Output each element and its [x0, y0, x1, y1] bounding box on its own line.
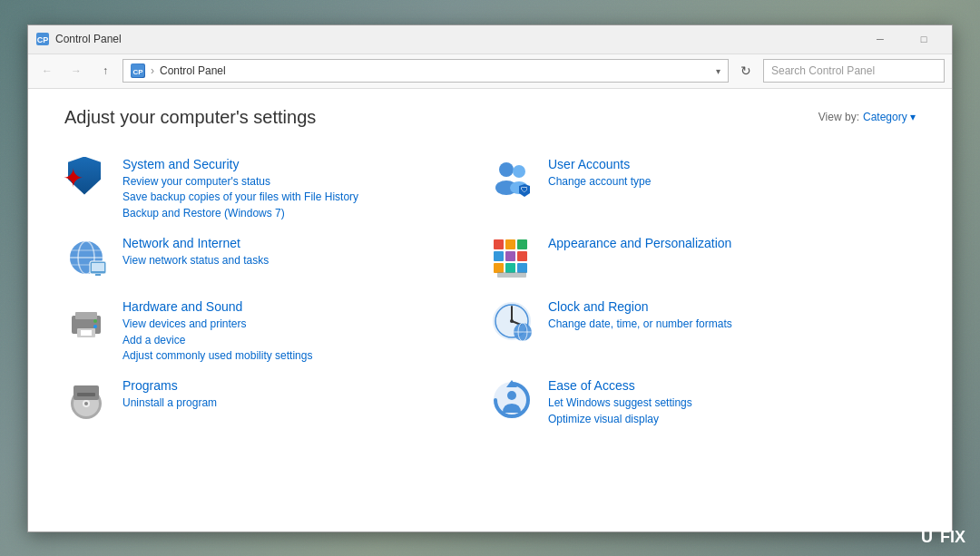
window-title: Control Panel: [55, 33, 859, 45]
main-window: CP Control Panel ─ □ ← → ↑ CP › Control …: [27, 24, 953, 532]
category-appearance: Appearance and Personalization: [490, 229, 916, 292]
categories-grid: ✦ System and Security Review your comput…: [64, 150, 916, 435]
appearance-icon: [490, 236, 534, 279]
search-placeholder: Search Control Panel: [771, 64, 875, 77]
programs-link-1[interactable]: Uninstall a program: [122, 395, 490, 411]
ease-access-link-2[interactable]: Optimize visual display: [548, 412, 916, 427]
svg-point-32: [93, 319, 97, 323]
svg-point-4: [499, 162, 514, 177]
refresh-button[interactable]: ↻: [734, 59, 758, 83]
overlay-fix: FIX: [940, 528, 965, 547]
network-internet-text: Network and Internet View network status…: [122, 236, 490, 268]
svg-rect-19: [505, 239, 515, 249]
svg-rect-26: [517, 263, 527, 273]
ease-access-links: Let Windows suggest settings Optimize vi…: [548, 395, 916, 427]
hardware-sound-link-2[interactable]: Add a device: [122, 333, 490, 348]
svg-rect-29: [75, 312, 97, 319]
network-internet-links: View network status and tasks: [122, 253, 490, 268]
svg-rect-20: [517, 239, 527, 249]
category-ease-access: Ease of Access Let Windows suggest setti…: [490, 371, 916, 434]
clock-region-title[interactable]: Clock and Region: [548, 299, 916, 314]
svg-point-50: [507, 391, 516, 400]
svg-rect-21: [494, 251, 504, 261]
system-security-text: System and Security Review your computer…: [122, 157, 490, 221]
viewby-label: View by:: [818, 111, 859, 123]
viewby-value[interactable]: Category ▾: [863, 111, 916, 123]
back-button[interactable]: ←: [35, 59, 59, 83]
user-accounts-link-1[interactable]: Change account type: [548, 174, 916, 190]
system-security-link-1[interactable]: Review your computer's status: [122, 174, 490, 190]
address-path[interactable]: CP › Control Panel ▾: [122, 59, 729, 83]
programs-icon: [64, 378, 108, 422]
network-internet-icon: [64, 236, 108, 279]
maximize-button[interactable]: □: [903, 24, 945, 54]
hardware-sound-text: Hardware and Sound View devices and prin…: [122, 299, 490, 364]
svg-rect-25: [505, 263, 515, 273]
svg-rect-16: [92, 263, 104, 271]
ease-access-text: Ease of Access Let Windows suggest setti…: [548, 378, 916, 427]
content-header: Adjust your computer's settings View by:…: [64, 107, 916, 128]
svg-rect-17: [95, 274, 101, 276]
ease-access-icon: [490, 378, 534, 422]
category-user-accounts: 🛡 User Accounts Change account type: [490, 150, 916, 229]
overlay-u: U: [921, 528, 933, 547]
svg-rect-31: [81, 330, 92, 336]
bottom-overlay: U FIX: [921, 528, 965, 547]
content-area: Adjust your computer's settings View by:…: [28, 89, 952, 532]
category-network-internet: Network and Internet View network status…: [64, 229, 490, 292]
star-icon: ✦: [63, 166, 83, 191]
path-separator: ›: [151, 64, 154, 77]
system-security-link-2[interactable]: Save backup copies of your files with Fi…: [122, 190, 490, 205]
system-security-link-3[interactable]: Backup and Restore (Windows 7): [122, 206, 490, 221]
path-icon: CP: [131, 63, 145, 78]
svg-text:🛡: 🛡: [521, 186, 528, 194]
category-system-security: ✦ System and Security Review your comput…: [64, 150, 490, 229]
path-current: Control Panel: [160, 64, 226, 77]
network-internet-link-1[interactable]: View network status and tasks: [122, 253, 490, 268]
hardware-sound-link-3[interactable]: Adjust commonly used mobility settings: [122, 348, 490, 364]
hardware-sound-icon: [64, 299, 108, 343]
minimize-button[interactable]: ─: [859, 24, 901, 54]
category-hardware-sound: Hardware and Sound View devices and prin…: [64, 292, 490, 371]
address-bar: ← → ↑ CP › Control Panel ▾ ↻ Search Cont…: [28, 54, 952, 89]
appearance-text: Appearance and Personalization: [548, 236, 916, 253]
hardware-sound-link-1[interactable]: View devices and printers: [122, 317, 490, 332]
window-controls: ─ □: [859, 24, 945, 54]
hardware-sound-title[interactable]: Hardware and Sound: [122, 299, 490, 314]
view-by-control: View by: Category ▾: [818, 111, 916, 123]
svg-point-6: [513, 165, 525, 178]
programs-title[interactable]: Programs: [122, 378, 490, 393]
svg-rect-47: [77, 393, 95, 396]
network-internet-title[interactable]: Network and Internet: [122, 236, 490, 250]
svg-rect-24: [494, 263, 504, 273]
svg-text:CP: CP: [37, 35, 49, 44]
appearance-title[interactable]: Appearance and Personalization: [548, 236, 916, 250]
clock-region-link-1[interactable]: Change date, time, or number formats: [548, 317, 916, 332]
category-programs: Programs Uninstall a program: [64, 371, 490, 434]
forward-button[interactable]: →: [64, 59, 88, 83]
clock-region-text: Clock and Region Change date, time, or n…: [548, 299, 916, 332]
title-bar: CP Control Panel ─ □: [28, 25, 952, 54]
system-security-title[interactable]: System and Security: [122, 157, 490, 171]
svg-rect-23: [517, 251, 527, 261]
path-dropdown-arrow[interactable]: ▾: [716, 66, 720, 76]
svg-text:CP: CP: [132, 68, 143, 76]
search-box[interactable]: Search Control Panel: [763, 59, 945, 83]
hardware-sound-links: View devices and printers Add a device A…: [122, 317, 490, 364]
svg-rect-22: [505, 251, 515, 261]
svg-rect-18: [494, 239, 504, 249]
system-security-icon: ✦: [64, 157, 108, 200]
user-accounts-text: User Accounts Change account type: [548, 157, 916, 190]
ease-access-title[interactable]: Ease of Access: [548, 378, 916, 393]
programs-text: Programs Uninstall a program: [122, 378, 490, 411]
svg-point-38: [510, 319, 514, 323]
user-accounts-title[interactable]: User Accounts: [548, 157, 916, 171]
up-button[interactable]: ↑: [93, 59, 117, 83]
system-security-links: Review your computer's status Save backu…: [122, 174, 490, 221]
clock-region-icon: [490, 299, 534, 343]
title-bar-icon: CP: [35, 32, 50, 46]
programs-links: Uninstall a program: [122, 395, 490, 411]
ease-access-link-1[interactable]: Let Windows suggest settings: [548, 395, 916, 411]
clock-region-links: Change date, time, or number formats: [548, 317, 916, 332]
page-title: Adjust your computer's settings: [64, 107, 316, 128]
